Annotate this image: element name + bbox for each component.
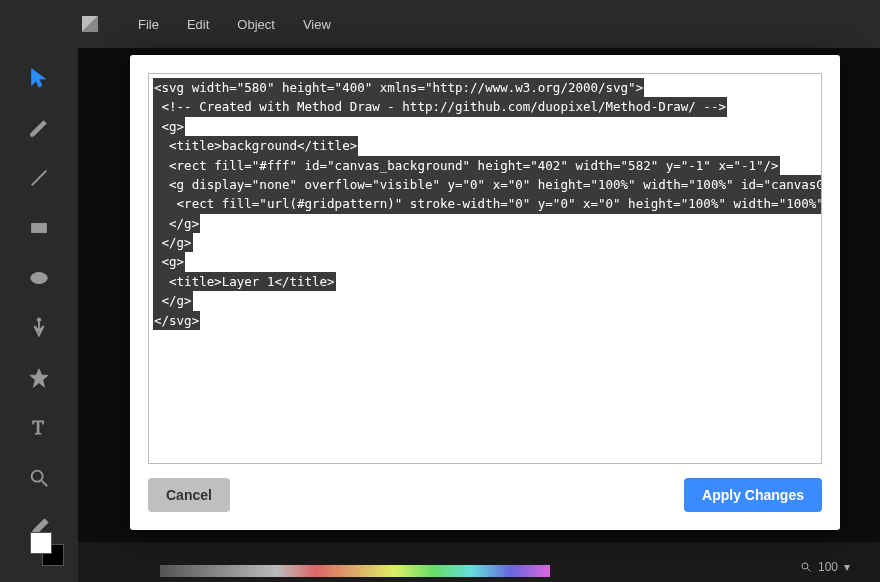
menu-view[interactable]: View — [303, 17, 331, 32]
cancel-button[interactable]: Cancel — [148, 478, 230, 512]
toolbar: T — [0, 48, 78, 582]
svg-point-7 — [802, 563, 808, 569]
dialog-button-row: Cancel Apply Changes — [148, 464, 822, 512]
color-swatches[interactable] — [30, 532, 70, 572]
svg-point-5 — [32, 471, 43, 482]
svg-text:T: T — [33, 418, 44, 438]
ellipse-tool[interactable] — [17, 260, 61, 296]
svg-source-textarea[interactable]: <svg width="580" height="400" xmlns="htt… — [148, 73, 822, 464]
svg-line-8 — [807, 569, 810, 572]
menubar: File Edit Object View — [0, 0, 880, 48]
menu-object[interactable]: Object — [237, 17, 275, 32]
color-spectrum[interactable] — [160, 565, 550, 577]
chevron-down-icon: ▾ — [844, 560, 850, 574]
star-tool[interactable] — [17, 360, 61, 396]
pencil-tool[interactable] — [17, 110, 61, 146]
zoom-display[interactable]: 100 ▾ — [800, 560, 850, 574]
svg-point-3 — [37, 318, 41, 322]
app-logo-icon — [82, 16, 98, 32]
apply-changes-button[interactable]: Apply Changes — [684, 478, 822, 512]
svg-source-dialog: <svg width="580" height="400" xmlns="htt… — [130, 55, 840, 530]
menu-edit[interactable]: Edit — [187, 17, 209, 32]
line-tool[interactable] — [17, 160, 61, 196]
zoom-tool[interactable] — [17, 460, 61, 496]
path-tool[interactable] — [17, 310, 61, 346]
svg-line-0 — [32, 171, 47, 186]
rect-tool[interactable] — [17, 210, 61, 246]
footer-bar: 100 ▾ — [78, 542, 880, 582]
select-tool[interactable] — [17, 60, 61, 96]
menu-file[interactable]: File — [138, 17, 159, 32]
svg-line-6 — [42, 481, 48, 487]
svg-point-2 — [31, 273, 48, 284]
svg-rect-1 — [32, 223, 47, 232]
zoom-value: 100 — [818, 560, 838, 574]
fill-swatch[interactable] — [30, 532, 52, 554]
zoom-icon — [800, 561, 812, 573]
text-tool[interactable]: T — [17, 410, 61, 446]
